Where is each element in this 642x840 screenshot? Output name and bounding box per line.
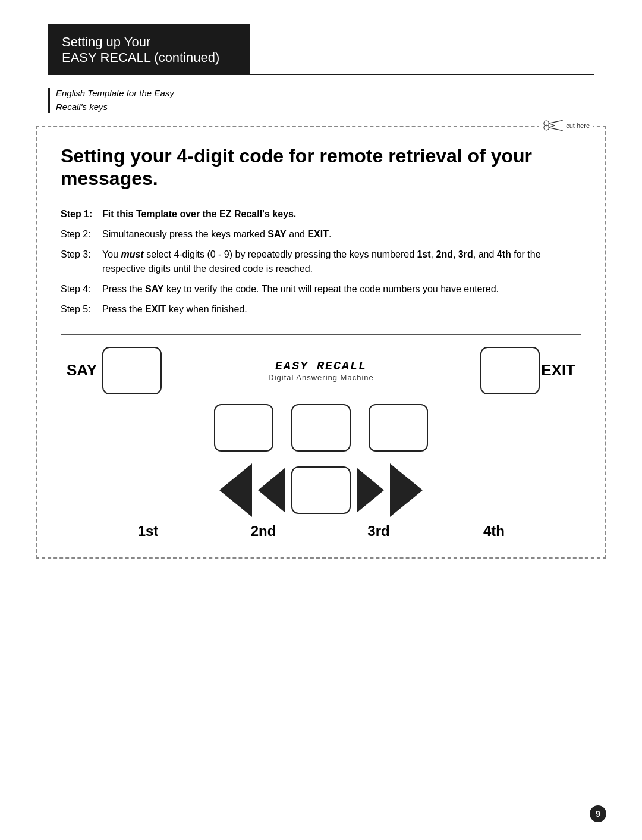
svg-line-4 [549,123,555,126]
header-block: Setting up Your EASY RECALL (continued) [48,24,250,74]
arrow-left-big-icon [219,463,252,517]
step-1-text: Fit this Template over the EZ Recall's k… [102,207,581,221]
inner-divider [61,334,581,335]
step-3: Step 3: You must select 4-digits (0 - 9)… [61,247,581,276]
step-3-text: You must select 4-digits (0 - 9) by repe… [102,247,581,276]
digital-subtitle: Digital Answering Machine [168,373,474,382]
cut-area: cut here Setting your 4-digit code for r… [36,126,606,559]
svg-line-5 [549,126,555,128]
cut-content: Setting your 4-digit code for remote ret… [37,127,605,557]
header-line2: EASY RECALL (continued) [62,50,235,65]
step-2-label: Step 2: [61,227,102,242]
arrow-right-big-icon [390,463,423,517]
svg-line-3 [549,128,563,131]
arrow-row [67,463,575,517]
cut-icon-area: cut here [539,118,593,133]
step-2: Step 2: Simultaneously press the keys ma… [61,227,581,242]
template-label-bar [48,88,50,113]
say-key-box [102,347,162,394]
step-3-label: Step 3: [61,247,102,262]
template-label-text: English Template for the Easy Recall's k… [56,87,174,114]
exit-key-box [480,347,540,394]
step-1-label: Step 1: [61,207,102,221]
digit-label-4th: 4th [436,523,552,540]
page-number: 9 [590,805,606,822]
arrow-center-box [291,466,351,514]
mid-key-box-3 [369,404,428,452]
step-2-text: Simultaneously press the keys marked SAY… [102,227,581,242]
digit-label-1st: 1st [90,523,206,540]
step-1: Step 1: Fit this Template over the EZ Re… [61,207,581,221]
step-5: Step 5: Press the EXIT key when finished… [61,302,581,316]
digit-label-3rd: 3rd [321,523,436,540]
step-5-label: Step 5: [61,302,102,316]
mid-key-row [67,404,575,452]
say-label: SAY [67,361,102,380]
step-4: Step 4: Press the SAY key to verify the … [61,282,581,296]
easy-recall-title: EASY RECALL [168,359,474,373]
main-heading: Setting your 4-digit code for remote ret… [61,145,581,190]
scissors-icon [542,118,564,133]
header-line1: Setting up Your [62,35,235,50]
digit-labels-row: 1st 2nd 3rd 4th [67,523,575,540]
arrow-right-small-icon [357,468,384,513]
step-5-text: Press the EXIT key when finished. [102,302,581,316]
arrow-left-small-icon [258,468,285,513]
top-key-row: SAY EASY RECALL Digital Answering Machin… [67,347,575,394]
step-4-label: Step 4: [61,282,102,296]
template-label-section: English Template for the Easy Recall's k… [48,87,594,114]
center-label-area: EASY RECALL Digital Answering Machine [162,359,480,382]
mid-key-box-1 [214,404,273,452]
mid-key-box-2 [291,404,351,452]
svg-line-2 [549,120,563,123]
exit-label: EXIT [540,361,575,380]
digit-label-2nd: 2nd [206,523,321,540]
step-4-text: Press the SAY key to verify the code. Th… [102,282,581,296]
header-rule [48,74,594,75]
keypad-area: SAY EASY RECALL Digital Answering Machin… [61,347,581,540]
cut-here-text: cut here [566,122,590,129]
steps-section: Step 1: Fit this Template over the EZ Re… [61,207,581,316]
